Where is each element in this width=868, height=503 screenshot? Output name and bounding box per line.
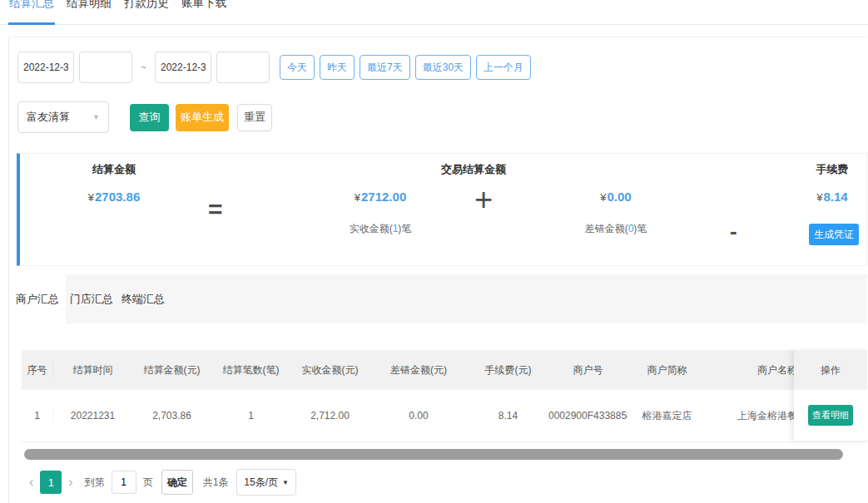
currency-symbol: ¥ xyxy=(355,191,360,204)
tab-label: 结算汇总 xyxy=(8,0,55,11)
cell-error-amount: 0.00 xyxy=(370,410,468,422)
bill-generate-button[interactable]: 账单生成 xyxy=(176,104,229,131)
header-settle-count: 结算笔数(笔) xyxy=(211,363,290,377)
date-range-separator: ~ xyxy=(141,62,146,73)
header-fee: 手续费(元) xyxy=(468,363,548,377)
end-time-input[interactable] xyxy=(216,52,270,83)
pagination-bar: ‹ 1 › 到第 页 确定 共1条 15条/页 ▼ xyxy=(26,469,296,496)
fee-amount-value: ¥8.14 xyxy=(791,190,868,204)
currency-symbol: ¥ xyxy=(600,191,606,204)
top-tab-bar: 结算汇总 结算明细 打款历史 账单下载 xyxy=(0,0,868,25)
confirm-page-button[interactable]: 确定 xyxy=(161,470,193,495)
header-seq: 序号 xyxy=(22,363,53,377)
quick-last7days-button[interactable]: 最近7天 xyxy=(360,55,410,80)
page-1-button[interactable]: 1 xyxy=(40,471,62,494)
received-amount-sub: 实收金额(1)笔 xyxy=(335,222,426,236)
subtab-store-summary[interactable]: 门店汇总 xyxy=(66,274,117,323)
summary-panel: 结算金额 ¥2703.86 = 交易结算金额 ¥2712.00 实收金额(1)笔… xyxy=(17,153,867,266)
tab-settlement-detail[interactable]: 结算明细 xyxy=(66,0,112,25)
tab-label: 打款历史 xyxy=(123,0,170,11)
cell-fee: 8.14 xyxy=(468,410,548,422)
chevron-left-icon[interactable]: ‹ xyxy=(26,475,37,490)
header-error-amount: 差错金额(元) xyxy=(370,363,468,377)
tab-bill-download[interactable]: 账单下载 xyxy=(181,0,227,25)
currency-symbol: ¥ xyxy=(88,191,94,204)
subtab-merchant-summary[interactable]: 商户汇总 xyxy=(9,274,66,323)
goto-page-suffix: 页 xyxy=(143,476,153,490)
channel-select-value: 富友清算 xyxy=(27,110,70,125)
quick-today-button[interactable]: 今天 xyxy=(280,55,315,80)
fee-label: 手续费 xyxy=(791,162,868,177)
fixed-action-column: 操作 查看明细 xyxy=(794,350,867,442)
view-detail-button[interactable]: 查看明细 xyxy=(808,405,853,426)
header-settle-time: 结算时间 xyxy=(53,363,132,377)
caret-down-icon: ▼ xyxy=(282,479,289,486)
reset-button[interactable]: 重置 xyxy=(237,104,272,131)
currency-symbol: ¥ xyxy=(816,191,822,204)
received-amount-value: ¥2712.00 xyxy=(335,190,426,204)
cell-seq: 1 xyxy=(22,410,53,422)
page-size-select[interactable]: 15条/页 ▼ xyxy=(236,469,296,496)
tab-payment-history[interactable]: 打款历史 xyxy=(123,0,170,25)
tab-settlement-summary[interactable]: 结算汇总 xyxy=(8,0,55,25)
trade-settlement-label: 交易结算金额 xyxy=(432,162,515,177)
settlement-amount-label: 结算金额 xyxy=(68,162,160,177)
table-row: 1 20221231 2,703.86 1 2,712.00 0.00 8.14… xyxy=(22,390,867,442)
end-date-input[interactable] xyxy=(155,52,211,83)
cell-merchant-no: 0002900F4338858 xyxy=(548,410,627,422)
query-button[interactable]: 查询 xyxy=(130,104,169,131)
date-filter-row: ~ 今天 昨天 最近7天 最近30天 上一个月 xyxy=(17,52,531,83)
settlement-amount-value: ¥2703.86 xyxy=(68,190,160,204)
error-amount-value: ¥0.00 xyxy=(570,190,662,204)
quick-lastmonth-button[interactable]: 上一个月 xyxy=(476,55,531,80)
action-cell: 查看明细 xyxy=(794,390,867,441)
goto-page-input[interactable] xyxy=(112,471,136,494)
header-merchant-no: 商户号 xyxy=(548,363,627,377)
quick-last30days-button[interactable]: 最近30天 xyxy=(415,55,471,80)
quick-yesterday-button[interactable]: 昨天 xyxy=(320,55,355,80)
plus-sign: + xyxy=(474,184,493,215)
header-merchant-short-name: 商户简称 xyxy=(627,363,707,377)
page-size-value: 15条/页 xyxy=(244,476,278,490)
error-amount-sub: 差错金额(0)笔 xyxy=(570,222,662,236)
sub-tab-bar: 商户汇总 门店汇总 终端汇总 xyxy=(9,274,867,323)
goto-page-prefix: 到第 xyxy=(85,476,105,490)
start-date-input[interactable] xyxy=(17,52,74,83)
caret-down-icon: ▼ xyxy=(92,113,100,121)
tab-label: 账单下载 xyxy=(181,0,227,11)
subtab-terminal-summary[interactable]: 终端汇总 xyxy=(117,274,169,323)
start-time-input[interactable] xyxy=(79,52,132,83)
cell-settle-count: 1 xyxy=(211,410,290,422)
header-received-amount: 实收金额(元) xyxy=(290,363,370,377)
cell-settle-amount: 2,703.86 xyxy=(132,410,211,422)
table-header-row: 序号 结算时间 结算金额(元) 结算笔数(笔) 实收金额(元) 差错金额(元) … xyxy=(22,350,867,390)
content-panel: ~ 今天 昨天 最近7天 最近30天 上一个月 富友清算 ▼ 查询 账单生成 重… xyxy=(8,37,867,503)
equals-sign: = xyxy=(208,197,223,222)
cell-received-amount: 2,712.00 xyxy=(290,410,370,422)
cell-merchant-short-name: 榕港嘉定店 xyxy=(627,409,707,423)
horizontal-scrollbar[interactable] xyxy=(24,449,843,460)
settlement-page: 结算汇总 结算明细 打款历史 账单下载 ~ 今天 昨天 最近7天 最近30天 上… xyxy=(0,0,868,503)
action-filter-row: 富友清算 ▼ 查询 账单生成 重置 xyxy=(17,101,272,133)
summary-table-card: 商户汇总 门店汇总 终端汇总 序号 结算时间 结算金额(元) 结算笔数(笔) 实… xyxy=(9,274,867,503)
chevron-right-icon[interactable]: › xyxy=(65,475,76,490)
cell-settle-time: 20221231 xyxy=(53,410,132,422)
tab-label: 结算明细 xyxy=(66,0,112,11)
header-settle-amount: 结算金额(元) xyxy=(132,363,211,377)
total-count-label: 共1条 xyxy=(203,476,229,490)
header-action: 操作 xyxy=(794,350,867,390)
generate-voucher-button[interactable]: 生成凭证 xyxy=(809,224,859,245)
minus-sign: - xyxy=(730,220,737,242)
channel-select[interactable]: 富友清算 ▼ xyxy=(17,101,109,133)
